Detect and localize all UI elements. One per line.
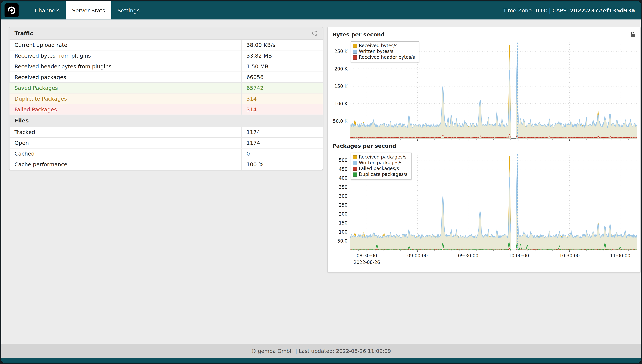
series-area	[350, 177, 510, 250]
legend-label: Written packages/s	[359, 160, 402, 166]
info-separator: |	[547, 7, 552, 14]
row-label: Current upload rate	[10, 40, 241, 50]
top-navigation-bar: Channels Server Stats Settings Time Zone…	[1, 1, 641, 20]
row-value: 38.09 KB/s	[241, 40, 322, 50]
timezone-label: Time Zone:	[503, 7, 535, 14]
legend-swatch	[352, 44, 357, 48]
legend-item: Duplicate packages/s	[352, 172, 407, 178]
tab-channels[interactable]: Channels	[29, 1, 66, 20]
row-label: Received packages	[10, 72, 241, 82]
y-axis-tick-label: 450	[338, 166, 347, 172]
legend-label: Failed packages/s	[359, 166, 399, 172]
table-row: Received bytes from plugins33.82 MB	[10, 50, 322, 61]
legend-label: Duplicate packages/s	[359, 172, 408, 178]
gempa-logo-icon	[5, 3, 19, 17]
traffic-section-header: Traffic	[10, 27, 322, 40]
series-line	[516, 46, 637, 128]
table-row: Failed Packages314	[10, 104, 322, 115]
row-label: Cached	[10, 148, 241, 159]
table-row: Received header bytes from plugins1.50 M…	[10, 61, 322, 72]
series-line	[516, 84, 637, 129]
legend-item: Received packages/s	[352, 154, 407, 160]
tab-server-stats[interactable]: Server Stats	[66, 1, 111, 20]
row-label: Received bytes from plugins	[10, 50, 241, 61]
x-axis-tick-label: 08:30:00	[356, 253, 377, 258]
server-stats-panel: Traffic Current upload rate38.09 KB/sRec…	[9, 27, 323, 170]
row-value: 314	[241, 94, 322, 104]
bytes-chart: 50.0 K100 K150 K200 K250 K Received byte…	[328, 40, 640, 142]
legend-label: Received bytes/s	[359, 43, 398, 49]
footer-accent-strip	[1, 358, 641, 363]
y-axis-tick-label: 200 K	[334, 66, 347, 72]
legend-item: Written packages/s	[352, 160, 407, 166]
files-section-title: Files	[14, 118, 29, 124]
y-axis-tick-label: 200	[338, 211, 347, 216]
timezone-value: UTC	[535, 7, 547, 14]
legend-swatch	[352, 172, 357, 177]
footer: © gempa GmbH | Last updated: 2022-08-26 …	[1, 344, 641, 358]
x-axis-tick-label: 09:30:00	[458, 253, 478, 258]
row-label: Failed Packages	[10, 104, 241, 115]
row-label: Received header bytes from plugins	[10, 61, 241, 72]
row-value: 33.82 MB	[241, 50, 322, 61]
row-value: 1174	[241, 138, 322, 148]
caps-label: CAPS:	[552, 7, 570, 14]
series-line	[350, 70, 510, 128]
traffic-section-title: Traffic	[14, 30, 33, 36]
legend-item: Failed packages/s	[352, 166, 407, 172]
row-value: 1.50 MB	[241, 61, 322, 72]
row-value: 1174	[241, 127, 322, 138]
traffic-table: Current upload rate38.09 KB/sReceived by…	[10, 40, 322, 115]
table-row: Cache performance100 %	[10, 159, 322, 170]
series-line	[350, 177, 510, 238]
y-axis-tick-label: 50.0	[337, 238, 347, 244]
y-axis-tick-label: 150	[338, 220, 347, 226]
bytes-chart-legend: Received bytes/sWritten bytes/sReceived …	[350, 41, 419, 62]
caps-server-app: Channels Server Stats Settings Time Zone…	[0, 0, 642, 364]
row-label: Saved Packages	[10, 83, 241, 93]
tab-settings[interactable]: Settings	[111, 1, 146, 20]
files-table: Tracked1174Open1174Cached0Cache performa…	[10, 127, 322, 170]
nav-tabs: Channels Server Stats Settings	[29, 1, 146, 20]
charts-panel: Bytes per second 50.0 K100 K150 K200 K25…	[327, 27, 641, 273]
footer-text: © gempa GmbH | Last updated: 2022-08-26 …	[251, 348, 391, 354]
table-row: Cached0	[10, 148, 322, 159]
x-axis-tick-label: 10:00:00	[508, 253, 529, 258]
bytes-chart-title: Bytes per second	[328, 32, 640, 38]
table-row: Current upload rate38.09 KB/s	[10, 40, 322, 50]
x-axis-tick-label: 09:00:00	[407, 253, 428, 258]
y-axis-tick-label: 300	[338, 194, 347, 199]
series-area	[350, 70, 510, 139]
packages-chart: 50.010015020025030035040045050008:30:002…	[328, 150, 640, 268]
row-label: Duplicate Packages	[10, 94, 241, 104]
y-axis-tick-label: 400	[338, 176, 347, 181]
files-section-header: Files	[10, 115, 322, 127]
y-axis-tick-label: 50.0 K	[333, 118, 348, 124]
row-value: 314	[241, 104, 322, 115]
table-row: Tracked1174	[10, 127, 322, 138]
legend-swatch	[352, 161, 357, 165]
lock-icon[interactable]	[630, 32, 636, 38]
table-row: Duplicate Packages314	[10, 94, 322, 104]
packages-chart-legend: Received packages/sWritten packages/sFai…	[350, 153, 412, 180]
x-axis-tick-label: 11:00:00	[610, 253, 630, 258]
main-content: Traffic Current upload rate38.09 KB/sRec…	[1, 20, 641, 344]
legend-item: Written bytes/s	[352, 49, 415, 54]
y-axis-tick-label: 100	[338, 229, 347, 234]
legend-swatch	[352, 50, 357, 54]
row-value: 65742	[241, 83, 322, 93]
row-value: 66056	[241, 72, 322, 82]
x-axis-tick-label: 10:30:00	[559, 253, 580, 258]
spinner-icon	[312, 30, 318, 36]
row-value: 0	[241, 148, 322, 159]
y-axis-tick-label: 150 K	[334, 84, 347, 89]
legend-item: Received header bytes/s	[352, 54, 415, 60]
legend-label: Received packages/s	[359, 154, 406, 160]
y-axis-tick-label: 250 K	[334, 49, 347, 54]
caps-version: 2022.237#ef135d93a	[570, 7, 635, 14]
table-row: Saved Packages65742	[10, 83, 322, 94]
row-label: Cache performance	[10, 159, 241, 170]
legend-label: Received header bytes/s	[359, 54, 415, 60]
legend-swatch	[352, 155, 357, 159]
server-info: Time Zone: UTC | CAPS: 2022.237#ef135d93…	[503, 7, 635, 14]
